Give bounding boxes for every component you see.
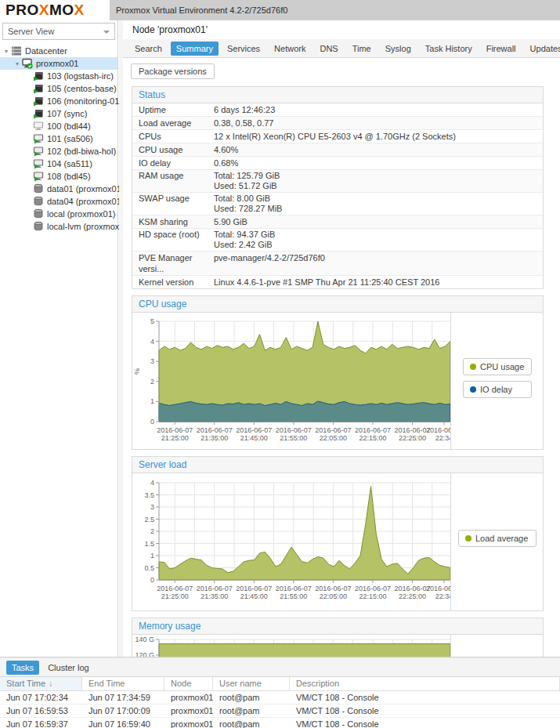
task-row[interactable]: Jun 07 16:59:37Jun 07 16:59:40proxmox01r… (0, 718, 560, 728)
legend-cpu-usage[interactable]: CPU usage (463, 358, 532, 375)
server-load-chart-body: 00.511.522.533.542016-06-0721:25:002016-… (132, 473, 543, 610)
svg-text:1: 1 (150, 552, 154, 560)
tree-item-106-monitoring-01[interactable]: 106 (monitoring-01) (0, 95, 117, 107)
status-row-pve-manager-versi: PVE Manager versi...pve-manager/4.2-2/72… (132, 252, 543, 276)
expander-icon[interactable]: ▾ (13, 60, 22, 67)
status-label: CPUs (132, 131, 214, 142)
tree-item-proxmox01[interactable]: ▾proxmox01 (0, 57, 117, 70)
storage-icon (33, 208, 45, 219)
tree-item-108-bdl45[interactable]: 108 (bdl45) (0, 170, 117, 183)
tree-item-103-logstash-irc[interactable]: 103 (logstash-irc) (0, 70, 117, 82)
tab-time[interactable]: Time (347, 42, 377, 56)
tab-tasks[interactable]: Tasks (6, 661, 39, 675)
status-value-line: 6 days 12:46:23 (214, 104, 275, 115)
tree-item-label: 107 (sync) (47, 109, 87, 118)
summary-content: Status Uptime6 days 12:46:23Load average… (123, 79, 560, 657)
status-row-hd-space-root: HD space (root)Total: 94.37 GiBUsed: 2.4… (132, 229, 543, 252)
cpu-usage-chart-body: 0123452016-06-0721:25:002016-06-0721:35:… (132, 313, 543, 449)
tree-item-label: data01 (proxmox01) (47, 184, 124, 194)
svg-text:2.5: 2.5 (144, 516, 154, 523)
tree-item-107-sync[interactable]: 107 (sync) (0, 107, 117, 120)
tree-item-data04-proxmox01[interactable]: data04 (proxmox01) (0, 195, 117, 208)
svg-text:22:34: 22:34 (435, 592, 450, 600)
status-value-line: Used: 2.42 GiB (214, 240, 275, 250)
memory-usage-panel: Memory usage 020 G40 G60 G80 G100 G120 G… (132, 618, 544, 657)
status-value: Total: 94.37 GiBUsed: 2.42 GiB (214, 230, 275, 250)
status-row-io-delay: IO delay0.68% (132, 157, 543, 170)
col-description[interactable]: Description (290, 677, 560, 690)
task-cell-user-name: root@pam (213, 704, 290, 717)
legend-dot-icon (465, 535, 471, 541)
col-label: Start Time (6, 679, 45, 688)
tree-item-101-sa506[interactable]: 101 (sa506) (0, 132, 117, 145)
tab-dns[interactable]: DNS (314, 42, 343, 56)
svg-text:21:35:00: 21:35:00 (201, 434, 228, 442)
status-label: Load average (132, 118, 214, 129)
load-chart: 00.511.522.533.542016-06-0721:25:002016-… (132, 473, 450, 610)
cpu-chart: 0123452016-06-0721:25:002016-06-0721:35:… (132, 313, 450, 449)
ct-running-icon (33, 108, 45, 119)
col-end-time[interactable]: End Time (82, 677, 164, 690)
legend-io-delay[interactable]: IO delay (463, 381, 532, 398)
load-chart-legend: Load average (451, 473, 543, 610)
tree-item-local-proxmox01[interactable]: local (proxmox01) (0, 208, 117, 220)
tab-updates[interactable]: Updates (525, 42, 560, 56)
col-label: Node (171, 679, 191, 688)
col-label: End Time (89, 679, 125, 688)
tab-summary[interactable]: Summary (171, 42, 219, 56)
tasks-panel: TasksCluster log Start Time↓End TimeNode… (0, 658, 560, 728)
status-value-line: 5.90 GiB (214, 216, 247, 227)
node-tabbar: SearchSummaryServicesNetworkDNSTimeSyslo… (123, 39, 560, 58)
tree-item-label: data04 (proxmox01) (47, 197, 124, 206)
view-selector-combo[interactable]: Server View (2, 23, 115, 40)
tree-item-data01-proxmox01[interactable]: data01 (proxmox01) (0, 183, 117, 195)
svg-text:%: % (133, 368, 141, 375)
status-value: pve-manager/4.2-2/725d76f0 (214, 252, 325, 274)
status-value-line: Used: 51.72 GiB (214, 181, 280, 191)
task-cell-start-time: Jun 07 16:59:53 (0, 704, 82, 717)
status-value-line: Total: 125.79 GiB (214, 171, 280, 181)
tab-services[interactable]: Services (222, 42, 266, 56)
svg-text:3: 3 (150, 357, 154, 365)
tab-cluster-log[interactable]: Cluster log (42, 661, 95, 675)
tab-task-history[interactable]: Task History (420, 42, 478, 56)
package-versions-button[interactable]: Package versions (131, 63, 215, 79)
status-panel: Status Uptime6 days 12:46:23Load average… (132, 86, 544, 289)
view-selector-value: Server View (8, 27, 54, 36)
svg-text:2016-06-07: 2016-06-07 (394, 585, 430, 592)
legend-load-average[interactable]: Load average (458, 530, 537, 547)
top-header: PROXMOX Proxmox Virtual Environment 4.2-… (0, 0, 560, 20)
tree-item-label: 100 (bdl44) (47, 121, 91, 131)
tree-item-local-lvm-proxmox01[interactable]: local-lvm (proxmox01) (0, 220, 117, 233)
tab-network[interactable]: Network (269, 42, 311, 56)
tree-item-label: 106 (monitoring-01) (47, 96, 122, 106)
tree-item-100-bdl44[interactable]: 100 (bdl44) (0, 120, 117, 132)
legend-label: Load average (475, 534, 528, 543)
tree-item-datacenter[interactable]: ▾Datacenter (0, 45, 117, 57)
tree-item-102-bdl-biwa-hol[interactable]: 102 (bdl-biwa-hol) (0, 145, 117, 158)
svg-text:21:55:00: 21:55:00 (280, 592, 307, 600)
vm-running-icon (33, 146, 45, 157)
task-cell-start-time: Jun 07 17:02:34 (0, 691, 82, 704)
expander-icon[interactable]: ▾ (2, 48, 11, 55)
resource-tree: ▾Datacenter▾proxmox01103 (logstash-irc)1… (0, 43, 117, 233)
status-table: Uptime6 days 12:46:23Load average0.38, 0… (132, 103, 543, 288)
col-user-name[interactable]: User name (213, 677, 290, 690)
tree-item-104-sa511[interactable]: 104 (sa511) (0, 158, 117, 170)
tab-syslog[interactable]: Syslog (380, 42, 417, 56)
tree-item-label: proxmox01 (36, 59, 78, 68)
status-value-line: Total: 8.00 GiB (214, 194, 282, 204)
vm-running-icon (33, 171, 45, 182)
status-value: Total: 125.79 GiBUsed: 51.72 GiB (214, 171, 280, 191)
tab-firewall[interactable]: Firewall (481, 42, 522, 56)
task-row[interactable]: Jun 07 16:59:53Jun 07 17:00:09proxmox01r… (0, 704, 560, 718)
cpu-usage-panel: CPU usage 0123452016-06-0721:25:002016-0… (132, 295, 544, 450)
svg-text:140 G: 140 G (135, 636, 154, 643)
svg-text:2016-06-07: 2016-06-07 (355, 585, 391, 592)
col-node[interactable]: Node (164, 677, 213, 690)
col-start-time[interactable]: Start Time↓ (0, 677, 82, 690)
app-version-title: Proxmox Virtual Environment 4.2-2/725d76… (116, 0, 287, 20)
tree-item-105-centos-base[interactable]: 105 (centos-base) (0, 82, 117, 95)
tab-search[interactable]: Search (129, 42, 168, 56)
task-row[interactable]: Jun 07 17:02:34Jun 07 17:34:59proxmox01r… (0, 691, 560, 704)
